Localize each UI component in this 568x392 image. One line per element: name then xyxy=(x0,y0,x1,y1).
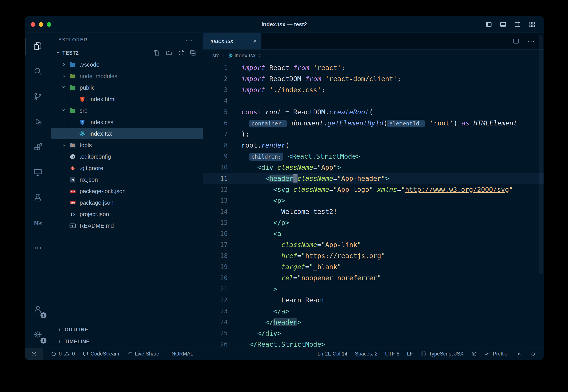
tree-item-project.json[interactable]: ›{}project.json xyxy=(51,208,203,220)
section-timeline[interactable]: ›TIMELINE xyxy=(51,336,203,348)
breadcrumb-src[interactable]: src xyxy=(212,52,219,59)
tree-item-nx.json[interactable]: ›Nnx.json xyxy=(51,174,203,185)
more-button[interactable]: ⋯ xyxy=(527,37,535,46)
tree-item-.gitignore[interactable]: ›.gitignore xyxy=(51,162,203,174)
chevron-right-icon: › xyxy=(56,326,63,333)
tree-item-node_modules[interactable]: ›node_modules xyxy=(51,70,203,82)
layout-grid-button[interactable] xyxy=(528,21,535,28)
status-vim-mode[interactable]: -- NORMAL -- xyxy=(167,348,198,360)
status-indentation[interactable]: Spaces: 2 xyxy=(355,348,377,360)
code-line-16[interactable]: 16 <a xyxy=(203,228,544,239)
activity-badge: 1 xyxy=(41,312,46,318)
explorer-more-button[interactable]: ⋯ xyxy=(185,38,193,42)
code-line-17[interactable]: 17 className="App-link" xyxy=(203,239,544,251)
tree-item-tools[interactable]: ›tools xyxy=(51,139,203,151)
code-line-24[interactable]: 24 </header> xyxy=(203,317,544,328)
status-prettier[interactable]: Prettier xyxy=(485,348,509,360)
code-line-25[interactable]: 25 </div> xyxy=(203,328,544,339)
split-editor-button[interactable] xyxy=(513,38,519,44)
activity-remote-explorer[interactable] xyxy=(25,160,51,185)
editor-scrollbar[interactable] xyxy=(539,35,543,274)
activity-search[interactable] xyxy=(25,59,51,84)
activity-testing[interactable] xyxy=(25,185,51,210)
activity-run-debug[interactable] xyxy=(25,110,51,135)
tree-item-index.html[interactable]: ›5index.html xyxy=(51,93,203,105)
line-number: 26 xyxy=(203,339,228,348)
code-line-3[interactable]: 3import './index.css'; xyxy=(203,84,544,96)
layout-sidebar-left-button[interactable] xyxy=(485,21,492,28)
code-line-5[interactable]: 5const root = ReactDOM.createRoot( xyxy=(203,107,544,118)
code-line-11[interactable]: 11 <header className="App-header"> xyxy=(203,173,544,184)
tree-item-package-lock.json[interactable]: ›npmpackage-lock.json xyxy=(51,185,203,197)
chevron-right-icon: › xyxy=(60,72,68,79)
activity-more[interactable] xyxy=(25,236,51,261)
code-line-1[interactable]: 1import React from 'react'; xyxy=(203,62,544,73)
line-number: 3 xyxy=(203,84,228,96)
code-line-6[interactable]: 6 container: document.getElementById(ele… xyxy=(203,118,544,129)
code-line-19[interactable]: 19 target="_blank" xyxy=(203,262,544,273)
status-cursor-position[interactable]: Ln 11, Col 14 xyxy=(318,348,347,360)
status-language-mode[interactable]: {}TypeScript JSX xyxy=(420,348,464,360)
code-line-10[interactable]: 10 <div className="App"> xyxy=(203,162,544,173)
code-line-9[interactable]: 9 children: <React.StrictMode> xyxy=(203,151,544,162)
status-remote-indicator[interactable] xyxy=(25,348,43,360)
code-line-4[interactable]: 4 xyxy=(203,96,544,107)
status-bar: 00CodeStreamLive Share-- NORMAL -- Ln 11… xyxy=(25,348,544,360)
status-problems[interactable]: 00 xyxy=(51,348,75,360)
tree-item-package.json[interactable]: ›npmpackage.json xyxy=(51,197,203,208)
tree-item-src[interactable]: ›src xyxy=(51,105,203,116)
code-line-20[interactable]: 20 rel="noopener noreferrer" xyxy=(203,273,544,284)
status-live-share[interactable]: Live Share xyxy=(127,348,159,360)
minimize-button[interactable] xyxy=(39,22,43,27)
titlebar[interactable]: index.tsx — test2 xyxy=(25,16,544,33)
code-line-21[interactable]: 21 > xyxy=(203,284,544,295)
zoom-button[interactable] xyxy=(47,22,51,27)
code-area[interactable]: 1import React from 'react';2import React… xyxy=(203,61,544,348)
code-line-7[interactable]: 7); xyxy=(203,129,544,140)
tree-item-README.md[interactable]: ›README.md xyxy=(51,220,203,231)
new-folder-button[interactable] xyxy=(166,50,172,56)
code-line-26[interactable]: 26 </React.StrictMode> xyxy=(203,339,544,348)
code-line-23[interactable]: 23 </a> xyxy=(203,306,544,317)
more-icon xyxy=(33,243,42,253)
activity-settings[interactable]: 1 xyxy=(25,322,51,348)
status-encoding[interactable]: UTF-8 xyxy=(385,348,400,360)
explorer-section-row[interactable]: › TEST2 xyxy=(51,47,203,59)
activity-nx-console[interactable]: N≥ xyxy=(25,210,51,236)
line-number: 11 xyxy=(203,173,228,184)
code-line-18[interactable]: 18 href="https://reactjs.org" xyxy=(203,251,544,262)
layout-panel-button[interactable] xyxy=(500,21,507,28)
status-eol[interactable]: LF xyxy=(407,348,413,360)
code-line-15[interactable]: 15 </p> xyxy=(203,217,544,228)
tree-item-.vscode[interactable]: ›.vscode xyxy=(51,59,203,70)
tab-index-tsx[interactable]: index.tsx × xyxy=(203,33,262,49)
status-notifications[interactable] xyxy=(530,348,536,360)
activity-accounts[interactable]: 1 xyxy=(25,297,51,322)
close-button[interactable] xyxy=(31,22,35,27)
section-outline[interactable]: ›OUTLINE xyxy=(51,324,203,336)
tree-item-index.tsx[interactable]: ›index.tsx xyxy=(51,128,203,139)
refresh-button[interactable] xyxy=(178,50,184,56)
activity-source-control[interactable] xyxy=(25,84,51,110)
tree-item-public[interactable]: ›public xyxy=(51,82,203,93)
code-line-12[interactable]: 12 <svg className="App-logo" xmlns="http… xyxy=(203,184,544,195)
status-broadcast[interactable] xyxy=(517,348,523,360)
status-codestream[interactable]: CodeStream xyxy=(83,348,119,360)
code-line-13[interactable]: 13 <p> xyxy=(203,195,544,206)
activity-extensions[interactable] xyxy=(25,135,51,160)
code-line-8[interactable]: 8root.render( xyxy=(203,140,544,151)
status-feedback[interactable] xyxy=(471,348,477,360)
layout-sidebar-right-button[interactable] xyxy=(514,21,521,28)
tree-item-.editorconfig[interactable]: ›.editorconfig xyxy=(51,151,203,162)
new-file-button[interactable] xyxy=(154,50,160,56)
activity-explorer[interactable] xyxy=(25,34,51,59)
code-line-22[interactable]: 22 Learn React xyxy=(203,295,544,306)
breadcrumb-...[interactable]: ... xyxy=(264,52,268,59)
chevron-down-icon: › xyxy=(60,83,68,91)
code-line-2[interactable]: 2import ReactDOM from 'react-dom/client'… xyxy=(203,73,544,84)
tree-item-index.css[interactable]: ›3index.css xyxy=(51,116,203,128)
breadcrumb-index.tsx[interactable]: index.tsx xyxy=(228,52,256,59)
code-line-14[interactable]: 14 Welcome test2! xyxy=(203,206,544,217)
close-icon[interactable]: × xyxy=(253,38,257,44)
collapse-all-button[interactable] xyxy=(190,50,196,56)
